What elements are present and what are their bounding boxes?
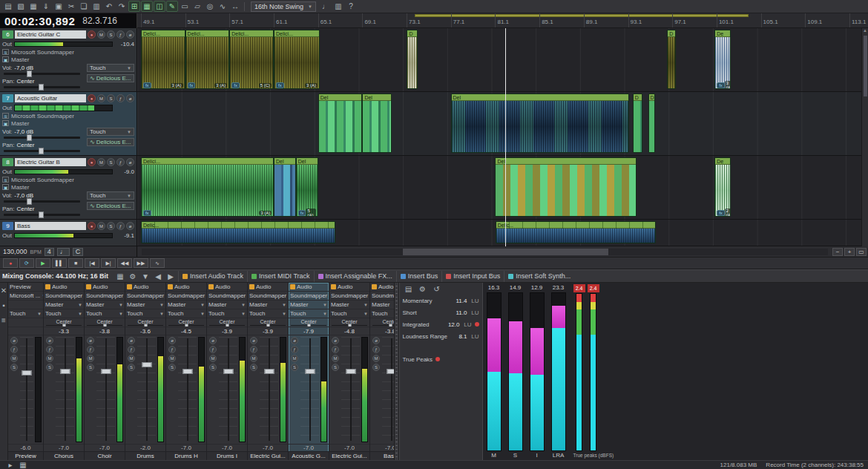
track-bus-select[interactable]: Master bbox=[11, 120, 29, 127]
track-fx-chain-button[interactable]: ∿Delicious E... bbox=[87, 202, 134, 210]
strip-solo-button[interactable]: S bbox=[372, 364, 380, 371]
properties-icon[interactable]: ▣ bbox=[53, 1, 65, 12]
go-to-start-button[interactable]: |◀ bbox=[85, 258, 99, 268]
strip-solo-button[interactable]: S bbox=[209, 364, 217, 371]
fader-thumb[interactable] bbox=[387, 369, 394, 374]
volume-slider-thumb[interactable] bbox=[27, 198, 32, 205]
track-bus-select[interactable]: Master bbox=[11, 184, 29, 191]
pan-slider-thumb[interactable] bbox=[39, 211, 44, 218]
note-value-icon[interactable]: ♩ bbox=[57, 248, 70, 256]
panel-splitter[interactable] bbox=[394, 283, 399, 460]
strip-fx-button[interactable]: ƒ bbox=[46, 346, 53, 353]
track-arm-button[interactable]: ● bbox=[88, 94, 96, 102]
selection-tool-icon[interactable]: ▭ bbox=[179, 1, 191, 12]
insert-button-insert-input-bus[interactable]: Insert Input Bus bbox=[441, 271, 504, 282]
fader-thumb[interactable] bbox=[346, 369, 355, 374]
loudness-settings-icon[interactable]: ⚙ bbox=[417, 283, 429, 295]
time-signature[interactable]: 4 bbox=[45, 248, 54, 256]
strip-phase-button[interactable]: ø bbox=[332, 337, 339, 344]
strip-output-select[interactable]: Master▼ bbox=[207, 301, 247, 309]
strip-solo-button[interactable]: S bbox=[168, 364, 176, 371]
audio-clip[interactable]: D bbox=[633, 94, 642, 153]
strip-fx-button[interactable]: ƒ bbox=[168, 346, 176, 353]
timeline-vertical-scrollbar[interactable]: ▲ bbox=[861, 28, 868, 246]
scrollbar-thumb[interactable] bbox=[864, 36, 867, 96]
volume-slider-thumb[interactable] bbox=[27, 134, 32, 141]
strip-phase-button[interactable]: ø bbox=[87, 337, 94, 344]
audio-clip[interactable]: Delici...fx5 (C) bbox=[229, 30, 274, 89]
strip-type[interactable]: Audio bbox=[85, 283, 125, 292]
metronome-icon[interactable]: ♩ bbox=[320, 1, 332, 12]
channel-fader[interactable] bbox=[300, 337, 319, 442]
strip-solo-button[interactable]: S bbox=[10, 364, 18, 371]
copy-icon[interactable]: ❏ bbox=[78, 1, 90, 12]
strip-solo-button[interactable]: S bbox=[291, 364, 298, 371]
strip-mute-button[interactable]: M bbox=[128, 355, 135, 362]
strip-output-select[interactable]: Master▼ bbox=[125, 301, 165, 309]
clip-fx-icon[interactable]: fx bbox=[143, 210, 151, 216]
strip-solo-button[interactable]: S bbox=[128, 364, 135, 371]
scroll-up-icon[interactable]: ▲ bbox=[863, 28, 867, 33]
strip-device-select[interactable]: Soundmapper▼ bbox=[125, 292, 165, 301]
track-solo-button[interactable]: S bbox=[107, 158, 115, 166]
paste-icon[interactable]: ▥ bbox=[91, 1, 102, 12]
strip-mute-button[interactable]: M bbox=[291, 355, 298, 362]
scrub-control[interactable]: ∿ bbox=[150, 258, 165, 268]
strip-device-select[interactable]: Soundmapper▼ bbox=[248, 292, 288, 301]
save-icon[interactable]: ▦ bbox=[27, 1, 39, 12]
strip-fx-button[interactable]: ƒ bbox=[128, 346, 135, 353]
track-solo-button[interactable]: S bbox=[107, 30, 115, 39]
snap-icon[interactable]: ⊞ bbox=[128, 1, 140, 12]
audio-clip[interactable]: D bbox=[407, 30, 418, 89]
strip-automation-select[interactable]: Touch▼ bbox=[85, 309, 125, 318]
strip-pan-control[interactable]: Center bbox=[329, 318, 369, 327]
track-phase-button[interactable]: ø bbox=[126, 158, 134, 166]
volume-slider-thumb[interactable] bbox=[27, 70, 32, 77]
fader-thumb[interactable] bbox=[101, 369, 111, 374]
channel-fader[interactable] bbox=[382, 337, 394, 442]
strip-automation-select[interactable]: Touch▼ bbox=[289, 309, 329, 318]
go-to-end-button[interactable]: ▶| bbox=[101, 258, 116, 268]
draw-tool-icon[interactable]: ✎ bbox=[166, 1, 178, 12]
audio-clip[interactable]: Delici...fx3 (A) bbox=[274, 30, 320, 89]
grid-quantize-icon[interactable]: ▦ bbox=[141, 1, 153, 12]
timeline-horizontal-scrollbar[interactable] bbox=[142, 249, 828, 255]
strip-type[interactable]: Audio bbox=[248, 283, 288, 292]
track-arm-button[interactable]: ● bbox=[88, 222, 96, 230]
track-device-select[interactable]: Microsoft Soundmapper bbox=[11, 177, 74, 183]
strip-phase-button[interactable]: ø bbox=[46, 337, 53, 344]
midi-input-icon[interactable]: ▥ bbox=[332, 1, 344, 12]
scrollbar-thumb[interactable] bbox=[403, 249, 609, 255]
strip-mute-button[interactable]: M bbox=[332, 355, 339, 362]
mixer-speaker-right-icon[interactable]: ▶ bbox=[165, 271, 177, 282]
redo-icon[interactable]: ↷ bbox=[116, 1, 128, 12]
mixer-settings-icon[interactable]: ⚙ bbox=[127, 271, 139, 282]
rewind-button[interactable]: ◀◀ bbox=[117, 258, 132, 268]
cut-icon[interactable]: ✂ bbox=[65, 1, 77, 12]
volume-slider[interactable] bbox=[4, 137, 80, 139]
track-solo-button[interactable]: S bbox=[107, 94, 115, 102]
strip-device-select[interactable]: Soundmapper▼ bbox=[166, 292, 206, 301]
insert-button-insert-midi-track[interactable]: Insert MIDI Track bbox=[247, 271, 314, 282]
track-bus-select[interactable]: Master bbox=[11, 56, 29, 63]
strip-pan-control[interactable]: Center bbox=[370, 318, 394, 327]
zoom-out-button[interactable]: − bbox=[832, 248, 843, 256]
strip-output-select[interactable]: Master▼ bbox=[289, 301, 329, 309]
erase-tool-icon[interactable]: ◎ bbox=[204, 1, 216, 12]
strip-pan-control[interactable]: Center bbox=[166, 318, 206, 327]
fader-thumb[interactable] bbox=[264, 369, 274, 374]
clip-fx-icon[interactable]: fx bbox=[717, 210, 725, 216]
pan-slider[interactable] bbox=[4, 214, 80, 216]
strip-mute-button[interactable]: M bbox=[250, 355, 257, 362]
pan-slider-thumb[interactable] bbox=[39, 84, 44, 91]
strip-phase-button[interactable]: ø bbox=[128, 337, 135, 344]
strip-phase-button[interactable]: ø bbox=[168, 337, 176, 344]
track-lane[interactable]: Delici...fx3 (A)DelDelfx5 (A)DelDefx2 (A… bbox=[137, 156, 868, 219]
strip-pan-control[interactable]: Center bbox=[248, 318, 288, 327]
forward-button[interactable]: ▶▶ bbox=[134, 258, 148, 268]
strip-automation-select[interactable]: Touch▼ bbox=[248, 309, 288, 318]
fader-thumb[interactable] bbox=[305, 369, 315, 374]
track-phase-button[interactable]: ø bbox=[126, 30, 134, 39]
fader-thumb[interactable] bbox=[142, 362, 151, 367]
audio-clip[interactable]: D bbox=[648, 94, 656, 153]
